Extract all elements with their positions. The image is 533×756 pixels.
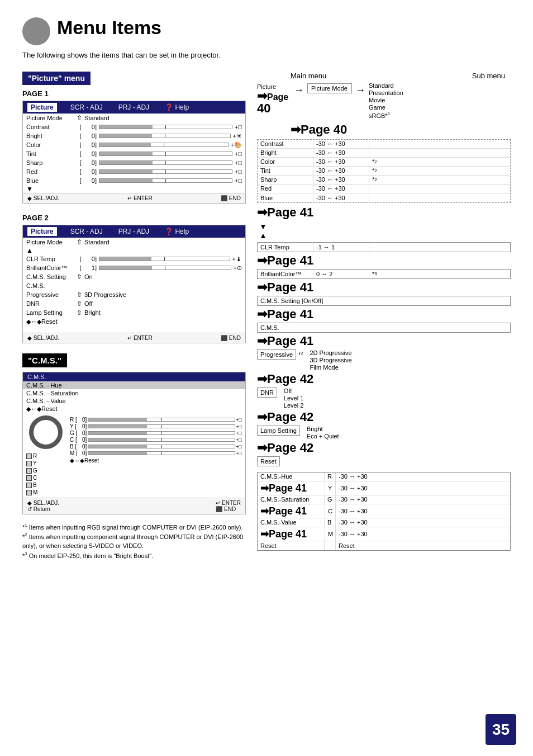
contrast-slider-1[interactable]: [99, 125, 232, 129]
cms-b-box: [26, 483, 32, 488]
blue-slider-1[interactable]: [99, 178, 232, 183]
sharp-diag-sup: *2: [369, 176, 510, 184]
tab-picture-2[interactable]: Picture: [27, 227, 57, 236]
sub-menu-label: Sub menu: [472, 72, 505, 80]
red-row-1: Red [ 0] +□: [23, 167, 245, 176]
red-slider-1[interactable]: [99, 169, 232, 174]
cms-color-c: C: [26, 475, 65, 481]
tab-scr-adj-2[interactable]: SCR - ADJ: [68, 227, 105, 236]
cms-c-slider[interactable]: [88, 438, 235, 442]
end-2: ⬛ END: [221, 335, 241, 341]
bright-slider-1[interactable]: [99, 134, 231, 138]
cms-sat-c-range: -30 ↔ +30: [336, 504, 510, 518]
tab-scr-adj-1[interactable]: SCR - ADJ: [68, 103, 105, 112]
picture-mode-icon-2: ⇧: [77, 238, 82, 246]
lamp-opt-eco: Eco + Quiet: [307, 433, 339, 440]
menu-box2-header: Picture SCR - ADJ PRJ - ADJ ❓ Help: [23, 225, 245, 238]
cms-r-slider[interactable]: [88, 418, 235, 422]
picture-section-header: "Picture" menu: [22, 72, 91, 85]
end-1: ⬛ END: [221, 195, 241, 201]
tint-diag-range: -30 ↔ +30: [313, 167, 369, 175]
brilliant-color-row: BrilliantColor™ [ 1] +⊙: [23, 263, 245, 272]
help-icon-1[interactable]: ❓ Help: [163, 103, 191, 112]
cms-hue-y-label: Y: [325, 481, 336, 495]
cms-r-box: [26, 453, 32, 459]
progressive-opt-2d: 2D Progressive: [310, 349, 351, 356]
page41-cms1-ref: ➡Page 41: [260, 482, 307, 494]
cms-box-diag: C.M.S.: [257, 323, 511, 333]
dashed-section: Contrast -30 ↔ +30 Bright -30 ↔ +30 Colo…: [257, 139, 511, 203]
blue-row-1: Blue [ 0] +□: [23, 176, 245, 185]
clr-temp-diag-row: CLR Temp -1 ↔ 1: [258, 243, 510, 252]
cms-circle-ring: [29, 415, 63, 449]
lamp-opt-bright: Bright: [307, 426, 339, 432]
cms-m-slider-row: M [ 0] +□: [70, 450, 242, 456]
cms-y-slider[interactable]: [88, 424, 235, 428]
page41-cms2-ref: ➡Page 41: [260, 505, 307, 517]
page41-cms1-row: ➡Page 41 Y -30 ↔ +30: [258, 481, 510, 495]
page41-ref2: ➡Page 41: [257, 253, 511, 268]
reset-row-2: ◆↔◆Reset: [23, 317, 245, 326]
cms-val-b-range: -30 ↔ +30: [336, 518, 510, 527]
progressive-icon: ⇧: [77, 291, 82, 299]
cms-m-slider[interactable]: [88, 451, 235, 455]
color-slider-1[interactable]: [99, 143, 229, 147]
color-diag-range: -30 ↔ +30: [313, 158, 369, 166]
cms-g-slider[interactable]: [88, 431, 235, 435]
picture-mode-label-2: Picture Mode: [26, 239, 77, 245]
page2-label: PAGE 2: [22, 214, 246, 222]
brilliant-color-slider[interactable]: [99, 266, 231, 270]
dnr-options: Off Level 1 Level 2: [279, 388, 303, 409]
color-row-1: Color [ 0] +🎨: [23, 140, 245, 149]
page41-ref1: ➡Page 41: [257, 205, 511, 220]
tab-prj-adj-1[interactable]: PRJ - ADJ: [116, 103, 151, 112]
up-arrow-2: ▲: [23, 247, 245, 254]
picture-mode-box-label: Picture Mode: [311, 85, 348, 92]
cms-val-diag-label: C.M.S.-Value: [258, 518, 325, 527]
tint-slider-1[interactable]: [99, 152, 232, 156]
dnr-label: DNR: [26, 300, 77, 307]
lamp-setting-diag-label: Lamp Setting: [257, 426, 300, 436]
dnr-icon: ⇧: [77, 300, 82, 308]
cms-hue-diag-row: C.M.S.-Hue R -30 ↔ +30: [258, 472, 510, 481]
progressive-diag-label: Progressive: [257, 349, 296, 360]
brilliant-diag-label: BrilliantColor™: [258, 270, 313, 278]
contrast-diag-row: Contrast -30 ↔ +30: [258, 140, 510, 149]
enter-2: ↵ ENTER: [127, 335, 153, 341]
tab-prj-adj-2[interactable]: PRJ - ADJ: [116, 227, 151, 236]
down-arrow-1: ▼: [23, 185, 245, 193]
picture-mode-label-1: Picture Mode: [26, 115, 77, 121]
cms-m-box: [26, 490, 32, 495]
help-icon-2[interactable]: ❓ Help: [163, 227, 191, 236]
lamp-setting-row: Lamp Setting ⇧ Bright: [23, 308, 245, 317]
contrast-row-1: Contrast [ 0] +□: [23, 122, 245, 131]
sharp-slider-1[interactable]: [99, 160, 232, 165]
cms-sel-adj: ◆ SEL./ADJ.: [27, 500, 59, 506]
brilliant-color-box: BrilliantColor™ 0 ↔ 2 *3: [257, 269, 511, 279]
cms-reset-diag-row: Reset Reset: [258, 541, 510, 550]
menu-box-page1: Picture SCR - ADJ PRJ - ADJ ❓ Help Pictu…: [22, 101, 246, 204]
tab-picture-1[interactable]: Picture: [27, 103, 57, 112]
footnote-1: *1 Items when inputting RGB signal throu…: [22, 522, 246, 532]
cms-hue-diag-label: C.M.S.-Hue: [258, 472, 325, 481]
cms-end: ⬛ END: [216, 506, 241, 512]
clr-temp-slider[interactable]: [99, 257, 230, 261]
clr-temp-box: CLR Temp -1 ↔ 1: [257, 242, 511, 252]
brilliant-color-label: BrilliantColor™: [26, 264, 77, 271]
progressive-row: Progressive ⇧ 3D Progressive: [23, 290, 245, 299]
clr-temp-label: CLR Temp: [26, 256, 77, 262]
cms-color-b: B: [26, 482, 65, 488]
cms-b-slider[interactable]: [88, 445, 235, 448]
cms-r-slider-row: R [ 0] +□: [70, 417, 242, 423]
page41-ref3: ➡Page 41: [257, 280, 511, 295]
dnr-diag: DNR Off Level 1 Level 2: [257, 388, 511, 409]
blue-diag-range: -30 ↔ +30: [313, 193, 369, 202]
brilliant-diag-range: 0 ↔ 2: [313, 270, 369, 278]
cms-reset-label: ◆↔◆Reset: [26, 405, 58, 413]
sharp-diag-row: Sharp -30 ↔ +30 *2: [258, 176, 510, 185]
lamp-options: Bright Eco + Quiet: [302, 426, 339, 440]
cms-color-m: M: [26, 489, 65, 495]
picture-item: Picture ➡Page 40: [257, 82, 291, 115]
cms-hue-r-label: R: [325, 472, 336, 481]
page40-ref-main: ➡Page 40: [257, 122, 511, 137]
